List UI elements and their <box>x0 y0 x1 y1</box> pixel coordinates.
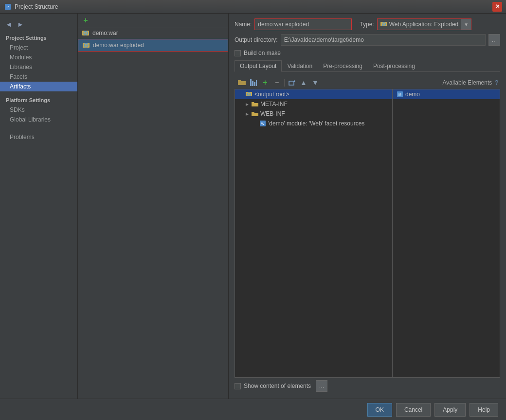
move-down-button[interactable]: ▼ <box>310 77 321 88</box>
available-elements-panel: M demo <box>393 89 500 377</box>
build-on-make-label: Build on make <box>244 50 281 56</box>
svg-rect-14 <box>250 79 252 86</box>
add-artifact-button[interactable]: + <box>81 16 90 25</box>
remove-element-button[interactable]: − <box>271 77 282 88</box>
available-elements-label: Available Elements <box>442 79 492 86</box>
svg-rect-17 <box>256 80 257 86</box>
output-tree: <output root> ► META-INF ► <box>235 89 393 377</box>
output-dir-row: Output directory: … <box>235 34 500 46</box>
add-element-button[interactable]: + <box>260 77 271 88</box>
artifact-toolbar: + <box>78 14 228 27</box>
artifact-panel: + demo:war <box>78 14 229 399</box>
war-icon <box>82 29 90 37</box>
tabs-bar: Output Layout Validation Pre-processing … <box>235 60 500 72</box>
main-layout: ◄ ► Project Settings Project Modules Lib… <box>0 14 506 399</box>
cancel-button[interactable]: Cancel <box>396 403 431 417</box>
sidebar-nav: ◄ ► <box>0 18 77 33</box>
available-elements-help[interactable]: ? <box>495 79 498 86</box>
type-icon <box>380 21 387 28</box>
toolbar-separator-1 <box>284 79 285 87</box>
output-root-icon <box>246 91 253 98</box>
sidebar-item-sdks[interactable]: SDKs <box>0 105 77 115</box>
sidebar-item-libraries[interactable]: Libraries <box>0 62 77 72</box>
svg-rect-18 <box>289 81 294 85</box>
svg-text:W: W <box>261 122 265 125</box>
tree-item-web-facet[interactable]: W 'demo' module: 'Web' facet resources <box>235 119 392 128</box>
svg-rect-15 <box>252 81 253 86</box>
new-folder-button[interactable] <box>236 77 247 88</box>
content-area: Name: Type: Web Application: Exploded <box>229 14 506 399</box>
type-label: Type: <box>360 21 374 28</box>
split-content: <output root> ► META-INF ► <box>235 89 500 378</box>
artifact-item-demo-war[interactable]: demo:war <box>78 27 228 39</box>
help-button[interactable]: Help <box>470 403 498 417</box>
title-bar-icon: P <box>4 3 12 11</box>
show-content-label: Show content of elements <box>244 383 311 389</box>
artifact-item-demo-war-exploded[interactable]: demo:war exploded <box>78 39 228 52</box>
sidebar-item-artifacts[interactable]: Artifacts <box>0 82 77 91</box>
type-select-text: Web Application: Exploded <box>378 20 462 29</box>
svg-text:P: P <box>6 5 9 9</box>
show-content-checkbox[interactable] <box>235 383 241 389</box>
sidebar-item-global-libraries[interactable]: Global Libraries <box>0 115 77 124</box>
svg-marker-19 <box>294 80 295 83</box>
name-input[interactable] <box>254 18 352 30</box>
type-select-container: Web Application: Exploded ▼ <box>377 18 472 30</box>
module-icon: W <box>259 120 266 127</box>
title-bar-text: Project Structure <box>15 3 492 10</box>
tab-postprocessing[interactable]: Post-processing <box>368 60 420 71</box>
sidebar-item-problems[interactable]: Problems <box>0 132 77 142</box>
title-bar: P Project Structure ✕ <box>0 0 506 14</box>
output-layout-area: + − ▲ ▼ Available Elements ? <box>235 76 500 394</box>
sidebar-item-project[interactable]: Project <box>0 43 77 52</box>
move-up-button[interactable]: ▲ <box>298 77 309 88</box>
folder-icon-meta-inf <box>252 101 258 107</box>
type-dropdown-button[interactable]: ▼ <box>461 19 471 30</box>
build-on-make-row: Build on make <box>235 50 500 56</box>
svg-text:M: M <box>398 93 401 96</box>
available-item-demo[interactable]: M demo <box>393 89 500 99</box>
show-structure-button[interactable] <box>248 77 259 88</box>
sidebar: ◄ ► Project Settings Project Modules Lib… <box>0 14 78 399</box>
name-type-row: Name: Type: Web Application: Exploded <box>235 18 500 30</box>
platform-settings-header: Platform Settings <box>0 95 77 105</box>
sidebar-item-facets[interactable]: Facets <box>0 72 77 82</box>
name-label: Name: <box>235 21 252 28</box>
svg-rect-16 <box>254 82 255 86</box>
project-settings-header: Project Settings <box>0 33 77 43</box>
ok-button[interactable]: OK <box>367 403 392 417</box>
nav-forward-icon[interactable]: ► <box>16 19 25 29</box>
tree-item-web-inf[interactable]: ► WEB-INF <box>235 109 392 119</box>
tab-validation[interactable]: Validation <box>282 60 318 71</box>
build-on-make-checkbox[interactable] <box>235 50 241 56</box>
artifact-list: demo:war demo:war exploded <box>78 27 228 399</box>
footer: OK Cancel Apply Help <box>0 399 506 420</box>
web-inf-arrow[interactable]: ► <box>245 111 250 117</box>
content-bottom: Show content of elements … <box>235 378 500 394</box>
move-to-output-button[interactable] <box>287 77 297 88</box>
type-field-group: Type: Web Application: Exploded ▼ <box>360 18 471 30</box>
apply-button[interactable]: Apply <box>434 403 466 417</box>
war-exploded-icon <box>82 41 90 49</box>
output-layout-toolbar: + − ▲ ▼ Available Elements ? <box>235 76 500 89</box>
name-field-group: Name: <box>235 18 352 30</box>
tab-output-layout[interactable]: Output Layout <box>235 60 282 72</box>
output-dir-input[interactable] <box>281 34 486 46</box>
nav-back-icon[interactable]: ◄ <box>4 19 14 29</box>
tab-preprocessing[interactable]: Pre-processing <box>318 60 368 71</box>
tree-item-meta-inf[interactable]: ► META-INF <box>235 99 392 109</box>
show-content-options-button[interactable]: … <box>316 380 327 392</box>
sidebar-item-modules[interactable]: Modules <box>0 52 77 62</box>
output-dir-label: Output directory: <box>235 36 278 43</box>
folder-icon-web-inf <box>252 111 258 117</box>
meta-inf-arrow[interactable]: ► <box>245 102 250 107</box>
close-button[interactable]: ✕ <box>492 2 502 12</box>
browse-button[interactable]: … <box>488 34 500 46</box>
tree-item-output-root[interactable]: <output root> <box>235 89 392 99</box>
module-item-icon: M <box>397 91 403 98</box>
